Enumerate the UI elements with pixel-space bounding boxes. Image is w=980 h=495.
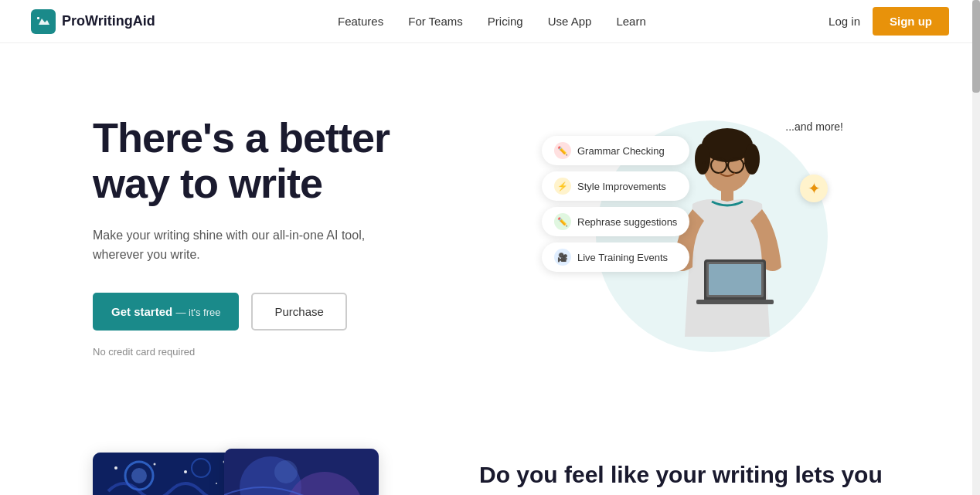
nav-learn[interactable]: Learn <box>616 15 645 28</box>
nav-use-app[interactable]: Use App <box>548 15 592 28</box>
feature-card-style: ⚡ Style Improvements <box>542 171 689 201</box>
hero-illustration: ✏️ Grammar Checking ⚡ Style Improvements… <box>565 105 859 368</box>
nav-actions: Log in Sign up <box>829 7 949 36</box>
section2-left: My idea in my head <box>93 445 417 495</box>
style-icon: ⚡ <box>554 178 571 195</box>
logo-link[interactable]: ProWritingAid <box>31 9 155 34</box>
rephrase-label: Rephrase suggestions <box>577 216 677 228</box>
training-label: Live Training Events <box>577 252 668 263</box>
nav-features[interactable]: Features <box>338 15 383 28</box>
hero-right: ✏️ Grammar Checking ⚡ Style Improvements… <box>505 90 918 383</box>
nav-links: Features For Teams Pricing Use App Learn <box>338 15 646 29</box>
feature-cards: ✏️ Grammar Checking ⚡ Style Improvements… <box>542 136 689 272</box>
section2-title: Do you feel like your writing lets you d… <box>479 460 918 495</box>
hero-buttons: Get started — it's free Purchase <box>93 293 505 331</box>
svg-point-19 <box>114 466 117 470</box>
hero-subtitle: Make your writing shine with our all-in-… <box>93 225 417 265</box>
feature-card-grammar: ✏️ Grammar Checking <box>542 136 689 165</box>
section2: My idea in my head Do you feel like your… <box>0 414 980 495</box>
svg-point-21 <box>184 470 187 473</box>
nav-for-teams[interactable]: For Teams <box>408 15 463 28</box>
feature-card-rephrase: ✏️ Rephrase suggestions <box>542 207 689 236</box>
art-card-front <box>224 449 379 495</box>
page-scrollbar[interactable] <box>972 0 980 495</box>
svg-rect-0 <box>37 17 39 19</box>
svg-point-20 <box>154 463 156 466</box>
and-more-label: ...and more! <box>785 120 843 133</box>
feature-card-training: 🎥 Live Training Events <box>542 242 689 272</box>
svg-rect-14 <box>709 264 761 295</box>
logo-icon <box>31 9 56 34</box>
no-credit-text: No credit card required <box>93 346 505 358</box>
grammar-icon: ✏️ <box>554 142 571 159</box>
svg-point-4 <box>744 144 760 175</box>
logo-text: ProWritingAid <box>62 13 155 29</box>
get-started-button[interactable]: Get started — it's free <box>93 293 239 331</box>
svg-point-31 <box>274 460 298 483</box>
style-label: Style Improvements <box>577 181 666 192</box>
nav-pricing[interactable]: Pricing <box>488 15 523 28</box>
hero-section: There's a better way to write Make your … <box>0 43 980 414</box>
svg-point-3 <box>695 144 710 175</box>
scrollbar-thumb[interactable] <box>972 0 980 93</box>
svg-rect-13 <box>696 300 774 304</box>
svg-point-23 <box>216 483 217 484</box>
login-button[interactable]: Log in <box>829 15 860 28</box>
plus-badge: ✦ <box>800 175 828 202</box>
rephrase-icon: ✏️ <box>554 213 571 230</box>
training-icon: 🎥 <box>554 249 571 266</box>
grammar-label: Grammar Checking <box>577 145 665 157</box>
purchase-button[interactable]: Purchase <box>251 293 346 331</box>
hero-left: There's a better way to write Make your … <box>93 115 505 358</box>
artwork-stack: My idea in my head <box>93 445 371 495</box>
section2-right: Do you feel like your writing lets you d… <box>479 445 918 495</box>
signup-button[interactable]: Sign up <box>873 7 949 36</box>
svg-point-17 <box>131 468 147 483</box>
hero-title: There's a better way to write <box>93 115 505 207</box>
main-nav: ProWritingAid Features For Teams Pricing… <box>0 0 980 43</box>
